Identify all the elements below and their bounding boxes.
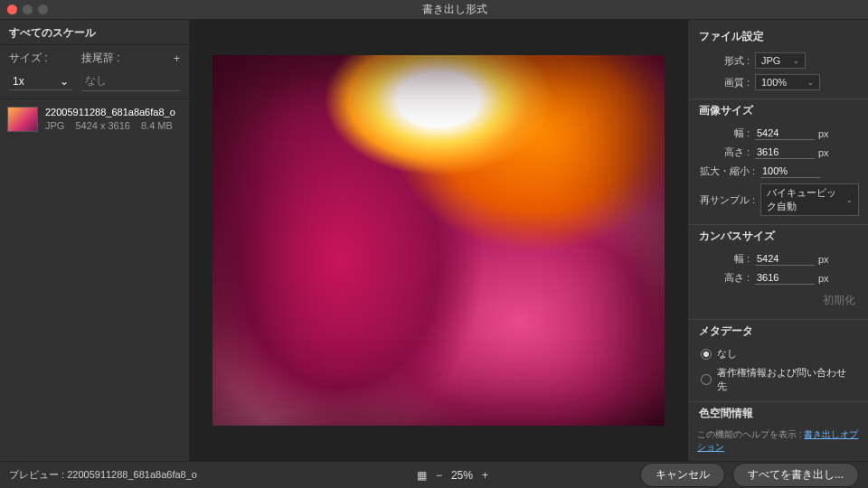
resample-select[interactable]: バイキュービック自動⌄ [760, 183, 859, 216]
quality-label: 画質 : [697, 76, 750, 89]
size-select[interactable]: 1x ⌄ [9, 73, 72, 90]
asset-thumbnail [7, 107, 38, 132]
canvas-size-header: カンバスサイズ [688, 224, 868, 249]
scale-input[interactable] [760, 164, 820, 178]
format-select[interactable]: JPG⌄ [755, 52, 806, 69]
asset-row[interactable]: 22005911288_681a8a6fa8_o JPG 5424 x 3616… [0, 99, 189, 139]
px-unit: px [818, 128, 829, 139]
size-value: 1x [13, 75, 24, 88]
zoom-out-icon[interactable]: − [436, 469, 442, 482]
chevron-down-icon: ⌄ [793, 57, 799, 65]
width-input[interactable] [755, 127, 815, 140]
width-label: 幅 : [697, 127, 750, 140]
metadata-header: メタデータ [688, 319, 868, 344]
chevron-down-icon: ⌄ [60, 75, 69, 88]
height-label: 高さ : [697, 145, 750, 159]
grid-toggle-icon[interactable]: ▦ [417, 469, 427, 482]
resample-label: 再サンプル : [697, 193, 755, 207]
scale-panel: すべてのスケール サイズ : 接尾辞 : + 1x ⌄ なし 220059112… [0, 20, 190, 461]
canvas-height-input[interactable] [755, 271, 815, 285]
suffix-label: 接尾辞 : [81, 51, 165, 66]
zoom-in-icon[interactable]: + [482, 469, 488, 482]
maximize-window-icon [38, 5, 48, 14]
asset-format: JPG [45, 120, 64, 131]
size-label: サイズ : [9, 51, 81, 66]
px-unit: px [818, 147, 829, 158]
footer-bar: プレビュー : 22005911288_681a8a6fa8_o ▦ − 25%… [0, 461, 868, 488]
canvas-width-label: 幅 : [697, 252, 750, 266]
metadata-none-radio[interactable]: なし [688, 344, 868, 363]
image-size-header: 画像サイズ [688, 99, 868, 124]
canvas-height-label: 高さ : [697, 271, 750, 285]
help-row: この機能のヘルプを表示 : 書き出しオプション [688, 427, 868, 455]
suffix-input[interactable]: なし [81, 71, 180, 91]
add-scale-button[interactable]: + [165, 52, 180, 65]
settings-panel: ファイル設定 形式 : JPG⌄ 画質 : 100%⌄ 画像サイズ 幅 : px… [687, 20, 868, 461]
minimize-window-icon [23, 5, 33, 14]
chevron-down-icon: ⌄ [846, 196, 853, 204]
window-title: 書き出し形式 [48, 2, 861, 17]
window-controls [7, 5, 48, 14]
radio-icon [701, 374, 712, 385]
scale-panel-header: すべてのスケール [0, 20, 189, 45]
px-unit: px [818, 273, 829, 284]
asset-dimensions: 5424 x 3616 [75, 120, 130, 131]
reset-button: 初期化 [688, 287, 868, 314]
canvas-width-input[interactable] [755, 252, 815, 266]
height-input[interactable] [755, 145, 815, 159]
file-settings-header: ファイル設定 [688, 25, 868, 50]
quality-select[interactable]: 100%⌄ [755, 74, 820, 90]
asset-name: 22005911288_681a8a6fa8_o [45, 107, 182, 117]
preview-area [190, 20, 687, 461]
cancel-button[interactable]: キャンセル [640, 463, 725, 487]
scale-label: 拡大・縮小 : [697, 164, 755, 178]
chevron-down-icon: ⌄ [807, 79, 814, 87]
preview-label: プレビュー : 22005911288_681a8a6fa8_o [9, 468, 197, 482]
zoom-value: 25% [451, 469, 473, 482]
close-window-icon[interactable] [7, 5, 17, 14]
export-all-button[interactable]: すべてを書き出し... [732, 463, 859, 487]
colorspace-header: 色空間情報 [688, 401, 868, 427]
px-unit: px [818, 254, 829, 265]
metadata-copyright-radio[interactable]: 著作権情報および問い合わせ先 [688, 363, 868, 396]
format-label: 形式 : [697, 54, 750, 68]
preview-image [212, 55, 665, 426]
radio-icon [701, 349, 712, 360]
asset-filesize: 8.4 MB [141, 120, 173, 131]
title-bar: 書き出し形式 [0, 0, 868, 20]
